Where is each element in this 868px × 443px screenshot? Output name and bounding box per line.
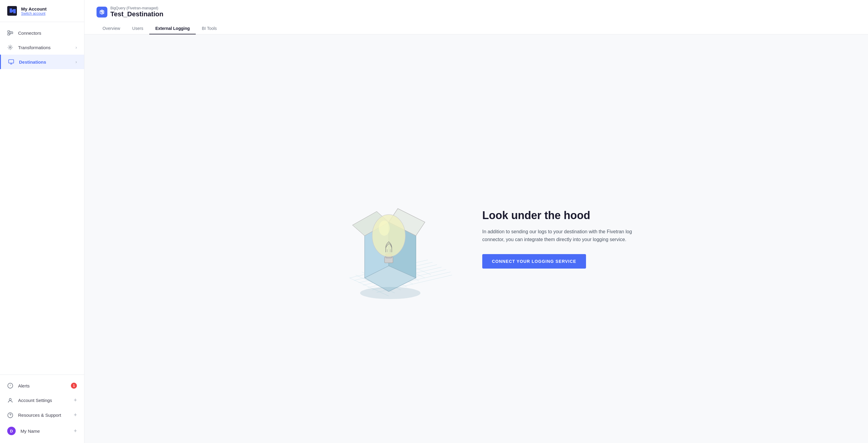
- transformations-label: Transformations: [18, 45, 70, 50]
- page-body: Look under the hood In addition to sendi…: [85, 34, 868, 443]
- tab-bi-tools[interactable]: BI Tools: [196, 23, 223, 34]
- sidebar-item-resources-support[interactable]: Resources & Support +: [0, 408, 84, 422]
- svg-point-38: [372, 214, 405, 257]
- svg-point-4: [10, 47, 11, 48]
- sidebar: My Account Switch account Connectors: [0, 0, 85, 443]
- connectors-label: Connectors: [18, 30, 77, 36]
- svg-rect-2: [8, 33, 10, 35]
- account-settings-icon: [7, 397, 13, 404]
- sidebar-item-connectors[interactable]: Connectors: [0, 26, 84, 40]
- my-name-expand-icon: +: [73, 428, 77, 434]
- svg-rect-3: [11, 32, 13, 34]
- page-header: BigQuery (Fivetran-managed) Test_Destina…: [85, 0, 868, 34]
- sidebar-item-account-settings[interactable]: Account Settings +: [0, 393, 84, 408]
- sidebar-item-my-name[interactable]: D My Name +: [0, 422, 84, 439]
- sidebar-item-destinations[interactable]: Destinations ›: [0, 55, 84, 69]
- switch-account-link[interactable]: Switch account: [21, 11, 46, 16]
- app-logo: [7, 6, 17, 16]
- sidebar-bottom: Alerts 1 Account Settings +: [0, 375, 84, 443]
- resources-support-label: Resources & Support: [18, 413, 69, 418]
- svg-point-9: [9, 398, 11, 401]
- account-settings-expand-icon: +: [73, 397, 77, 404]
- account-settings-label: Account Settings: [18, 398, 69, 403]
- connectors-icon: [7, 30, 13, 36]
- account-section: My Account Switch account: [0, 0, 84, 22]
- tabs-row: Overview Users External Logging BI Tools: [96, 23, 856, 34]
- svg-point-42: [360, 287, 421, 299]
- destinations-label: Destinations: [19, 59, 70, 65]
- breadcrumb: BigQuery (Fivetran-managed) Test_Destina…: [96, 6, 856, 18]
- main-content: BigQuery (Fivetran-managed) Test_Destina…: [85, 0, 868, 443]
- connect-logging-service-button[interactable]: CONNECT YOUR LOGGING SERVICE: [482, 254, 586, 269]
- lightbulb-box-illustration: [326, 175, 452, 302]
- illustration-area: [319, 175, 458, 302]
- my-name-label: My Name: [21, 429, 69, 434]
- content-heading: Look under the hood: [482, 209, 633, 222]
- tab-overview[interactable]: Overview: [96, 23, 126, 34]
- resources-support-icon: [7, 412, 13, 418]
- header-title-block: BigQuery (Fivetran-managed) Test_Destina…: [111, 6, 163, 18]
- alerts-badge: 1: [71, 383, 77, 389]
- svg-rect-5: [9, 60, 14, 63]
- tab-external-logging[interactable]: External Logging: [149, 23, 196, 34]
- alerts-label: Alerts: [18, 383, 66, 388]
- content-description: In addition to sending our logs to your …: [482, 228, 633, 243]
- destinations-chevron-icon: ›: [75, 59, 77, 64]
- transformations-icon: [7, 45, 13, 50]
- account-name: My Account: [21, 6, 46, 11]
- svg-point-39: [379, 220, 390, 236]
- destination-title: Test_Destination: [111, 10, 163, 18]
- sidebar-item-transformations[interactable]: Transformations ›: [0, 40, 84, 55]
- destination-subtitle: BigQuery (Fivetran-managed): [111, 6, 163, 10]
- svg-rect-1: [8, 31, 10, 33]
- transformations-chevron-icon: ›: [75, 45, 77, 50]
- resources-support-expand-icon: +: [73, 412, 77, 418]
- alerts-icon: [7, 383, 13, 389]
- sidebar-item-alerts[interactable]: Alerts 1: [0, 378, 84, 393]
- main-nav: Connectors Transformations › Destination…: [0, 22, 84, 375]
- account-info: My Account Switch account: [21, 6, 46, 16]
- user-avatar: D: [7, 427, 16, 435]
- destination-type-icon: [96, 7, 107, 18]
- tab-users[interactable]: Users: [126, 23, 149, 34]
- content-area: Look under the hood In addition to sendi…: [482, 209, 633, 269]
- destinations-icon: [8, 59, 14, 65]
